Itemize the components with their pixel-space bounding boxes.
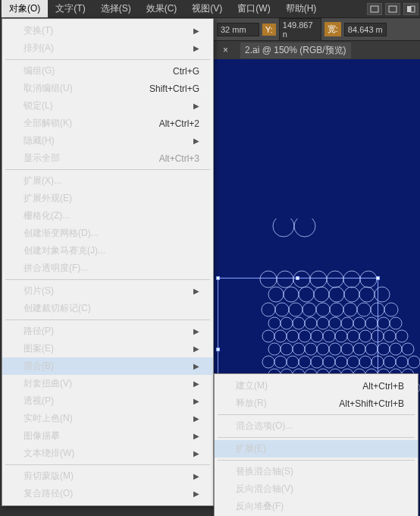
w-value[interactable]: 84.643 m [344, 23, 387, 36]
svg-point-60 [341, 343, 353, 355]
submenu-item-混合选项o[interactable]: 混合选项(O)... [215, 417, 418, 435]
menu-item-文本绕排w[interactable]: 文本绕排(W)▶ [2, 445, 213, 462]
svg-point-4 [273, 219, 294, 237]
submenu-item-建立m[interactable]: 建立(M)Alt+Ctrl+B [215, 377, 418, 395]
menu-item-创建渐变网格d: 创建渐变网格(D)... [2, 225, 213, 242]
svg-point-30 [384, 303, 398, 316]
menu-window[interactable]: 窗口(W) [230, 0, 277, 17]
svg-point-31 [268, 317, 281, 329]
menu-item-扩展外观e: 扩展外观(E) [2, 190, 213, 207]
svg-point-69 [299, 356, 311, 368]
menu-select[interactable]: 选择(S) [93, 0, 139, 17]
svg-point-70 [311, 356, 323, 368]
svg-point-21 [262, 303, 275, 316]
svg-point-58 [317, 343, 329, 355]
svg-point-63 [378, 343, 390, 355]
svg-rect-3 [411, 6, 415, 12]
svg-point-11 [343, 271, 360, 288]
svg-point-59 [329, 343, 341, 355]
svg-point-74 [359, 356, 371, 368]
menu-item-隐藏h[interactable]: 隐藏(H)▶ [2, 132, 213, 149]
tab-1[interactable]: × [218, 43, 233, 57]
svg-point-38 [353, 317, 365, 329]
menu-item-复合路径o[interactable]: 复合路径(O)▶ [2, 485, 213, 502]
menu-item-扩展x[interactable]: 扩展(X)... [2, 172, 213, 190]
svg-point-10 [327, 271, 343, 288]
menu-item-编组g[interactable]: 编组(G)Ctrl+G [2, 62, 213, 80]
menu-item-全部解锁k[interactable]: 全部解锁(K)Alt+Ctrl+2 [2, 115, 213, 132]
svg-point-68 [287, 356, 299, 368]
tab-2[interactable]: 2.ai @ 150% (RGB/预览) [240, 42, 351, 58]
submenu-item-替换混合轴s: 替换混合轴(S) [215, 463, 418, 480]
svg-point-5 [294, 219, 315, 237]
submenu-item-反向混合轴v[interactable]: 反向混合轴(V) [215, 480, 418, 498]
submenu-item-释放r[interactable]: 释放(R)Alt+Shift+Ctrl+B [215, 395, 418, 412]
svg-point-14 [284, 287, 299, 302]
svg-point-46 [311, 330, 323, 342]
svg-point-23 [289, 303, 302, 316]
tool-icon-3[interactable] [403, 3, 418, 15]
menu-item-变换t[interactable]: 变换(T)▶ [2, 22, 213, 39]
svg-rect-0 [371, 6, 378, 12]
svg-point-39 [365, 317, 378, 329]
svg-point-15 [299, 287, 314, 302]
toolbar-right [367, 3, 418, 15]
menu-help[interactable]: 帮助(H) [278, 0, 324, 17]
svg-point-76 [384, 356, 396, 368]
options-bar: 32 mm Y: 149.867 n 宽: 84.643 m [214, 18, 420, 41]
svg-point-45 [299, 330, 311, 342]
svg-point-54 [268, 343, 281, 355]
svg-point-73 [347, 356, 359, 368]
sel-handle-w[interactable] [216, 348, 220, 351]
menu-item-栅格化z[interactable]: 栅格化(Z)... [2, 207, 213, 225]
menu-item-图像描摹[interactable]: 图像描摹▶ [2, 427, 213, 445]
menu-item-混合b[interactable]: 混合(B)▶ [2, 357, 213, 375]
svg-point-64 [390, 343, 402, 355]
svg-point-25 [316, 303, 330, 316]
menu-item-取消编组u[interactable]: 取消编组(U)Shift+Ctrl+G [2, 80, 213, 97]
blend-submenu: 建立(M)Alt+Ctrl+B释放(R)Alt+Shift+Ctrl+B混合选项… [214, 373, 418, 516]
menu-type[interactable]: 文字(T) [48, 0, 92, 17]
menu-object[interactable]: 对象(O) [2, 0, 48, 17]
svg-point-77 [396, 356, 408, 368]
sel-handle-nw[interactable] [216, 276, 220, 280]
menu-effect[interactable]: 效果(C) [139, 0, 185, 17]
submenu-item-扩展e[interactable]: 扩展(E) [215, 440, 418, 458]
menu-view[interactable]: 视图(V) [184, 0, 230, 17]
x-value[interactable]: 32 mm [217, 23, 259, 36]
menu-item-锁定l[interactable]: 锁定(L)▶ [2, 97, 213, 115]
svg-point-35 [317, 317, 329, 329]
svg-point-78 [408, 356, 420, 368]
svg-point-65 [402, 343, 414, 355]
menu-item-透视p[interactable]: 透视(P)▶ [2, 392, 213, 410]
menu-item-剪切蒙版m[interactable]: 剪切蒙版(M)▶ [2, 467, 213, 485]
svg-point-34 [305, 317, 317, 329]
svg-point-24 [302, 303, 316, 316]
svg-point-28 [357, 303, 371, 316]
svg-point-50 [359, 330, 371, 342]
menu-item-路径p[interactable]: 路径(P)▶ [2, 322, 213, 340]
menu-item-实时上色n[interactable]: 实时上色(N)▶ [2, 410, 213, 427]
y-value[interactable]: 149.867 n [279, 18, 321, 41]
menu-item-拼合透明度f[interactable]: 拼合透明度(F)... [2, 260, 213, 277]
svg-point-41 [390, 317, 402, 329]
submenu-item-反向堆叠f[interactable]: 反向堆叠(F) [215, 498, 418, 515]
tool-icon-2[interactable] [385, 3, 400, 15]
svg-point-8 [293, 271, 310, 288]
tab-2-label: 2.ai @ 150% (RGB/预览) [245, 44, 346, 57]
svg-point-29 [371, 303, 384, 316]
svg-point-7 [277, 271, 293, 288]
tab-1-close[interactable]: × [223, 45, 228, 55]
menu-item-封套扭曲v[interactable]: 封套扭曲(V)▶ [2, 375, 213, 392]
svg-point-6 [260, 271, 277, 288]
menu-item-切片s[interactable]: 切片(S)▶ [2, 282, 213, 300]
tool-icon-1[interactable] [367, 3, 382, 15]
y-label: Y: [262, 24, 276, 36]
menu-item-图案e[interactable]: 图案(E)▶ [2, 340, 213, 357]
svg-point-56 [293, 343, 305, 355]
svg-point-51 [371, 330, 384, 342]
menu-item-排列a[interactable]: 排列(A)▶ [2, 39, 213, 57]
svg-point-44 [287, 330, 299, 342]
menu-item-创建裁切标记c[interactable]: 创建裁切标记(C) [2, 300, 213, 317]
svg-point-48 [335, 330, 347, 342]
